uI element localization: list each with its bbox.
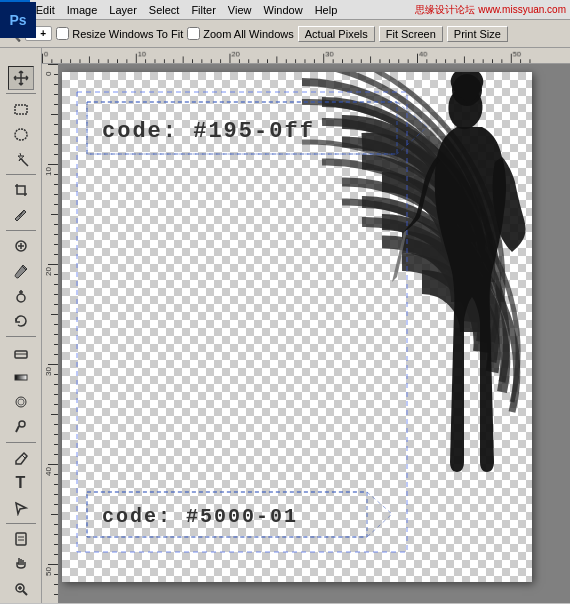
tool-marquee-lasso[interactable] — [8, 122, 34, 146]
tool-hand[interactable] — [8, 552, 34, 576]
tool-pen[interactable] — [8, 446, 34, 470]
tool-eyedropper[interactable] — [8, 203, 34, 227]
ruler-area — [0, 48, 570, 64]
menu-layer[interactable]: Layer — [103, 0, 143, 19]
svg-rect-25 — [77, 92, 407, 552]
tool-type[interactable]: T — [8, 471, 34, 495]
tool-path-selection[interactable] — [8, 496, 34, 520]
main-area: Ps — [0, 64, 570, 603]
tool-eraser[interactable] — [8, 340, 34, 364]
actual-pixels-btn[interactable]: Actual Pixels — [298, 26, 375, 42]
tool-divider-1 — [6, 93, 36, 94]
tool-divider-5 — [6, 442, 36, 443]
svg-point-7 — [17, 294, 25, 302]
resize-windows-group: Resize Windows To Fit — [56, 27, 183, 40]
tool-marquee-rect[interactable] — [8, 97, 34, 121]
ruler-corner — [0, 48, 42, 64]
tool-magic-wand[interactable] — [8, 147, 34, 171]
tool-divider-3 — [6, 230, 36, 231]
zoom-all-group: Zoom All Windows — [187, 27, 293, 40]
tool-clone[interactable] — [8, 284, 34, 308]
resize-windows-label: Resize Windows To Fit — [72, 28, 183, 40]
tool-notes[interactable] — [8, 527, 34, 551]
svg-point-12 — [19, 421, 25, 427]
zoom-in-btn[interactable]: + — [38, 28, 48, 39]
svg-rect-0 — [15, 105, 27, 114]
menu-select[interactable]: Select — [143, 0, 186, 19]
menu-view[interactable]: View — [222, 0, 258, 19]
vertical-ruler — [42, 64, 58, 603]
tool-brush[interactable] — [8, 259, 34, 283]
code-text-bottom: code: #5000-01 — [102, 505, 298, 528]
svg-line-13 — [16, 426, 19, 432]
menu-window[interactable]: Window — [258, 0, 309, 19]
tool-divider-6 — [6, 523, 36, 524]
resize-windows-checkbox[interactable] — [56, 27, 69, 40]
zoom-all-label: Zoom All Windows — [203, 28, 293, 40]
menu-filter[interactable]: Filter — [185, 0, 221, 19]
tool-divider-2 — [6, 174, 36, 175]
watermark-text: 思缘设计论坛 www.missyuan.com — [415, 3, 570, 17]
menu-bar: File Edit Image Layer Select Filter View… — [0, 0, 570, 20]
tool-dodge[interactable] — [8, 415, 34, 439]
toolbar: 🔍 - + Resize Windows To Fit Zoom All Win… — [0, 20, 570, 48]
zoom-all-checkbox[interactable] — [187, 27, 200, 40]
tool-crop[interactable] — [8, 178, 34, 202]
menu-help[interactable]: Help — [309, 0, 344, 19]
tool-history[interactable] — [8, 309, 34, 333]
toolbox: Ps — [0, 64, 42, 603]
tool-healing[interactable] — [8, 234, 34, 258]
ps-canvas: code: #195-0ff code: #5000-01 — [62, 72, 532, 582]
menu-image[interactable]: Image — [61, 0, 104, 19]
horizontal-ruler — [42, 48, 537, 63]
tool-zoom[interactable] — [8, 577, 34, 601]
svg-rect-15 — [16, 533, 26, 545]
print-size-btn[interactable]: Print Size — [447, 26, 508, 42]
svg-line-14 — [22, 455, 25, 458]
tool-gradient[interactable] — [8, 365, 34, 389]
svg-point-11 — [18, 399, 24, 405]
tool-blur[interactable] — [8, 390, 34, 414]
tool-divider-4 — [6, 336, 36, 337]
tool-move[interactable] — [8, 66, 34, 90]
canvas-svg: code: #195-0ff code: #5000-01 — [62, 72, 532, 582]
fit-screen-btn[interactable]: Fit Screen — [379, 26, 443, 42]
canvas-area: code: #195-0ff code: #5000-01 — [42, 64, 570, 603]
svg-rect-9 — [15, 375, 27, 380]
code-text-top: code: #195-0ff — [102, 119, 315, 144]
svg-line-19 — [23, 591, 27, 595]
